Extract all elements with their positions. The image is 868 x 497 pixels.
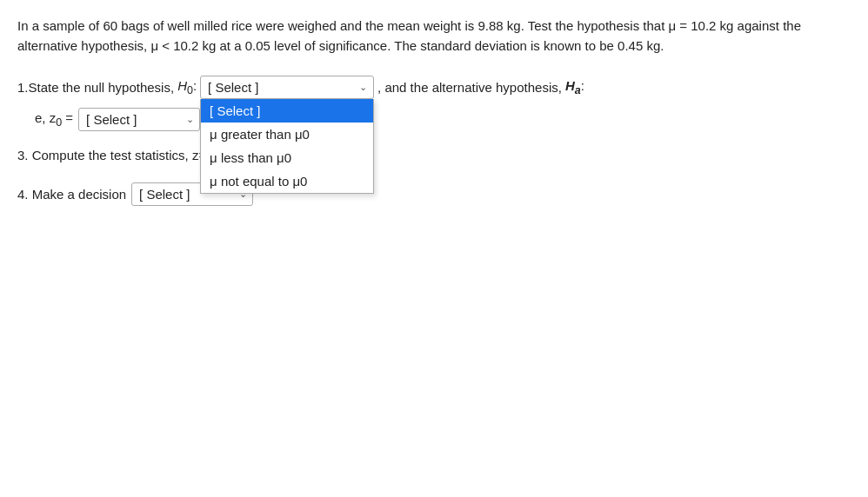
question-1-row: 1.State the null hypothesis, H0: [ Selec…	[17, 76, 851, 99]
question-3-row: 3. Compute the test statistics, z= [ Sel…	[17, 143, 851, 167]
q1-select-wrapper[interactable]: [ Select ] ⌄ [ Select ] μ greater than μ…	[200, 76, 374, 99]
q1-label: 1.State the null hypothesis,	[17, 80, 174, 95]
q1-chevron-icon: ⌄	[359, 82, 367, 93]
q2-select-wrapper[interactable]: [ Select ] ⌄	[78, 108, 200, 131]
q2-prefix: e, z0 =	[35, 110, 73, 129]
problem-text: In a sample of 60 bags of well milled ri…	[17, 16, 851, 56]
q1-option-greater[interactable]: μ greater than μ0	[201, 123, 373, 146]
q1-select-value: [ Select ]	[208, 80, 258, 95]
q2-row: e, z0 = [ Select ] ⌄	[35, 108, 851, 131]
q1-ha: Ha:	[565, 78, 584, 96]
question-2-section: e, z0 = [ Select ] ⌄	[35, 108, 851, 131]
q1-option-less[interactable]: μ less than μ0	[201, 146, 373, 169]
q1-select-display[interactable]: [ Select ] ⌄	[200, 76, 374, 99]
q2-select[interactable]: [ Select ]	[78, 108, 200, 131]
question-4-row: 4. Make a decision [ Select ] ⌄	[17, 182, 851, 206]
q1-option-select[interactable]: [ Select ]	[201, 99, 373, 123]
q1-conjunction: , and the alternative hypothesis,	[377, 80, 562, 95]
q1-dropdown-list: [ Select ] μ greater than μ0 μ less than…	[200, 99, 374, 194]
q3-label: 3. Compute the test statistics, z=	[17, 148, 206, 162]
q1-h0: H0:	[177, 78, 197, 96]
q1-option-notequal[interactable]: μ not equal to μ0	[201, 169, 373, 193]
q4-label: 4. Make a decision	[17, 187, 126, 202]
